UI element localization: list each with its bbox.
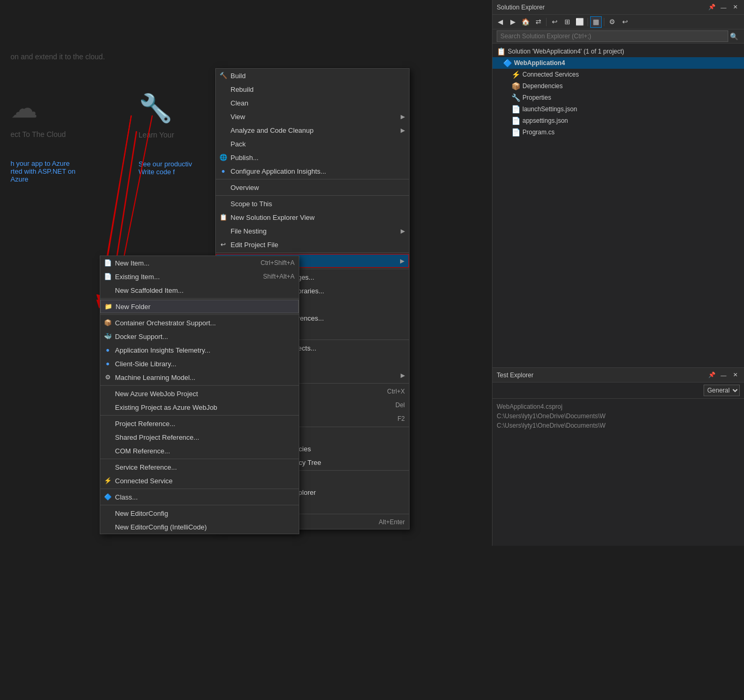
view-icon: [219, 112, 227, 121]
submenu-container-orchestrator[interactable]: 📦 Container Orchestrator Support...: [100, 316, 299, 330]
submenu-client-library[interactable]: ● Client-Side Library...: [100, 357, 299, 370]
submenu-new-item-text: New Item...: [115, 259, 252, 267]
submenu-new-editorconfig-intellicode[interactable]: New EditorConfig (IntelliCode): [100, 520, 299, 534]
connect-link3[interactable]: Azure: [11, 175, 76, 183]
menu-item-edit-project[interactable]: ↩ Edit Project File: [216, 238, 409, 251]
connected-services-icon: ⚡: [511, 70, 520, 79]
panel-pin-button[interactable]: 📌: [707, 3, 717, 12]
submenu-sep-6: [100, 489, 299, 489]
toolbar-refresh-button[interactable]: ↩: [549, 16, 560, 28]
menu-item-overview[interactable]: Overview: [216, 181, 409, 194]
properties-tree-label: Properties: [522, 94, 551, 101]
existing-item-icon: 📄: [103, 272, 112, 281]
search-button[interactable]: 🔍: [728, 30, 740, 42]
property-path2: C:\Users\lyty1\OneDrive\Documents\W: [497, 422, 740, 429]
dependencies-icon: 📦: [511, 82, 520, 90]
pack-icon: [219, 140, 227, 148]
toolbar-expand-button[interactable]: ⬜: [574, 16, 585, 28]
submenu-connected-service[interactable]: ⚡ Connected Service: [100, 474, 299, 487]
test-explorer-panel: Test Explorer 📌 — ✕ General WebApplicati…: [492, 367, 744, 546]
new-folder-icon: 📁: [104, 302, 112, 311]
menu-item-configure-insights[interactable]: ● Configure Application Insights...: [216, 164, 409, 178]
tree-item-project[interactable]: 🔷 WebApplication4: [492, 57, 744, 69]
panel-title-bar: Solution Explorer 📌 — ✕: [492, 0, 744, 15]
submenu-editorconfig-text: New EditorConfig: [115, 510, 295, 517]
search-input[interactable]: [497, 30, 728, 42]
submenu-insights-text: Application Insights Telemetry...: [115, 346, 295, 354]
submenu-service-reference[interactable]: Service Reference...: [100, 460, 299, 474]
panel-close-button[interactable]: ✕: [730, 3, 740, 12]
toolbar-active-button[interactable]: ▦: [590, 16, 602, 28]
test-minimize-button[interactable]: —: [719, 370, 728, 380]
editorconfig-icon: [103, 509, 112, 517]
programcs-icon: 📄: [511, 128, 520, 136]
insights-icon: ●: [219, 167, 227, 175]
menu-item-new-solution-view[interactable]: 📋 New Solution Explorer View: [216, 210, 409, 224]
menu-item-publish[interactable]: 🌐 Publish...: [216, 151, 409, 164]
menu-item-scope[interactable]: Scope to This: [216, 197, 409, 210]
submenu-existing-azure-webjob[interactable]: Existing Project as Azure WebJob: [100, 400, 299, 414]
toolbar-forward-button[interactable]: ▶: [507, 16, 519, 28]
connect-link2[interactable]: rted with ASP.NET on: [11, 167, 76, 175]
tree-item-launchsettings[interactable]: 📄 launchSettings.json: [492, 103, 744, 115]
submenu-azure-webjob[interactable]: New Azure WebJob Project: [100, 387, 299, 400]
toolbar-preview-button[interactable]: ↩: [619, 16, 631, 28]
submenu-sep-1: [100, 298, 299, 299]
tree-item-dependencies[interactable]: 📦 Dependencies: [492, 80, 744, 92]
menu-view-text: View: [230, 113, 396, 121]
tree-item-properties[interactable]: 🔧 Properties: [492, 92, 744, 103]
test-dropdown[interactable]: General: [704, 385, 740, 396]
toolbar-back-button[interactable]: ◀: [495, 16, 506, 28]
submenu-new-folder[interactable]: 📁 New Folder: [100, 300, 299, 313]
menu-item-view[interactable]: View ▶: [216, 110, 409, 123]
submenu-shared-project-ref[interactable]: Shared Project Reference...: [100, 430, 299, 444]
submenu-docker[interactable]: 🐳 Docker Support...: [100, 330, 299, 343]
menu-item-file-nesting[interactable]: File Nesting ▶: [216, 224, 409, 238]
analyze-icon: [219, 126, 227, 134]
publish-icon: 🌐: [219, 153, 227, 162]
connected-svc-icon: ⚡: [103, 476, 112, 485]
menu-overview-text: Overview: [230, 184, 405, 192]
toolbar-settings-button[interactable]: ⚙: [606, 16, 618, 28]
menu-item-clean[interactable]: Clean: [216, 96, 409, 110]
menu-item-pack[interactable]: Pack: [216, 137, 409, 151]
test-close-button[interactable]: ✕: [730, 370, 740, 380]
submenu-ml-model[interactable]: ⚙ Machine Learning Model...: [100, 370, 299, 384]
submenu-new-scaffolded[interactable]: New Scaffolded Item...: [100, 283, 299, 297]
menu-item-build[interactable]: 🔨 Build: [216, 69, 409, 82]
menu-item-analyze[interactable]: Analyze and Code Cleanup ▶: [216, 123, 409, 137]
submenu-webjob-text: New Azure WebJob Project: [115, 390, 295, 398]
ide-background: on and extend it to the cloud. ☁ ect To …: [0, 0, 744, 700]
service-ref-icon: [103, 463, 112, 471]
cut-shortcut: Ctrl+X: [387, 388, 405, 395]
connect-link1[interactable]: h your app to Azure: [11, 160, 76, 167]
toolbar-collapse-button[interactable]: ⊞: [561, 16, 573, 28]
new-item-shortcut: Ctrl+Shift+A: [260, 259, 295, 267]
submenu-project-ref-text: Project Reference...: [115, 420, 295, 428]
tree-item-connected-services[interactable]: ⚡ Connected Services: [492, 69, 744, 80]
panel-minimize-button[interactable]: —: [719, 3, 728, 12]
submenu-app-insights[interactable]: ● Application Insights Telemetry...: [100, 343, 299, 357]
toolbar-sync-button[interactable]: ⇄: [532, 16, 544, 28]
connect-title: ect To The Cloud: [11, 130, 76, 139]
view-arrow: ▶: [401, 113, 405, 120]
launchsettings-label: launchSettings.json: [522, 105, 577, 113]
menu-item-rebuild[interactable]: Rebuild: [216, 82, 409, 96]
submenu-project-reference[interactable]: Project Reference...: [100, 417, 299, 430]
menu-pack-text: Pack: [230, 140, 405, 148]
tree-item-solution[interactable]: 📋 Solution 'WebApplication4' (1 of 1 pro…: [492, 46, 744, 57]
submenu-new-editorconfig[interactable]: New EditorConfig: [100, 506, 299, 520]
submenu-new-item[interactable]: 📄 New Item... Ctrl+Shift+A: [100, 256, 299, 270]
submenu-com-reference[interactable]: COM Reference...: [100, 444, 299, 458]
tree-item-programcs[interactable]: 📄 Program.cs: [492, 126, 744, 138]
menu-new-solution-text: New Solution Explorer View: [230, 214, 405, 221]
submenu-existing-item[interactable]: 📄 Existing Item... Shift+Alt+A: [100, 270, 299, 283]
test-pin-button[interactable]: 📌: [707, 370, 717, 380]
properties-content: WebApplication4.csproj C:\Users\lyty1\On…: [492, 399, 744, 436]
menu-build-text: Build: [230, 72, 405, 80]
test-explorer-actions: 📌 — ✕: [707, 370, 740, 380]
tree-item-appsettings[interactable]: 📄 appsettings.json: [492, 115, 744, 126]
toolbar-home-button[interactable]: 🏠: [520, 16, 531, 28]
scope-icon: [219, 199, 227, 208]
submenu-class[interactable]: 🔷 Class...: [100, 490, 299, 504]
